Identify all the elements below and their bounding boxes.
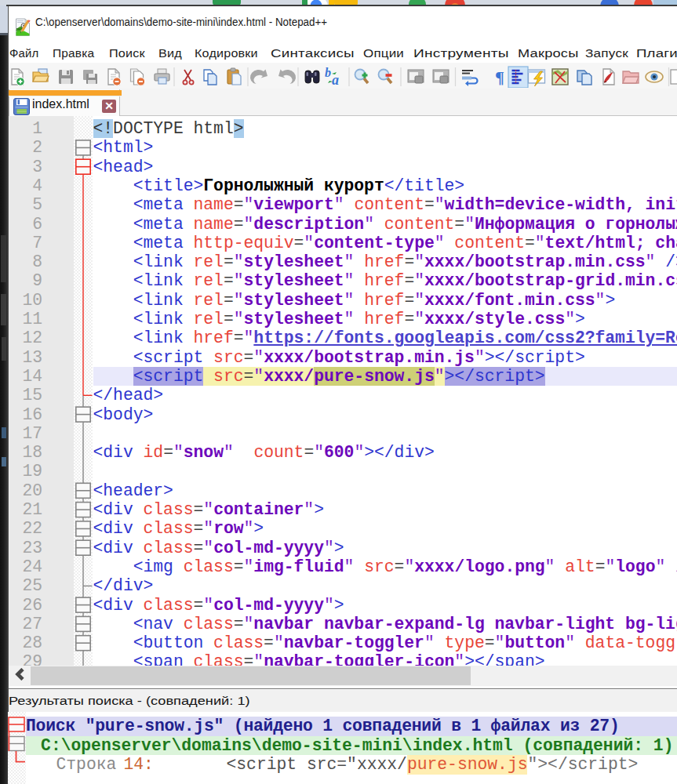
svg-text:a: a xyxy=(332,72,339,88)
svg-text:b: b xyxy=(325,66,331,79)
svg-text:¶: ¶ xyxy=(495,67,504,87)
